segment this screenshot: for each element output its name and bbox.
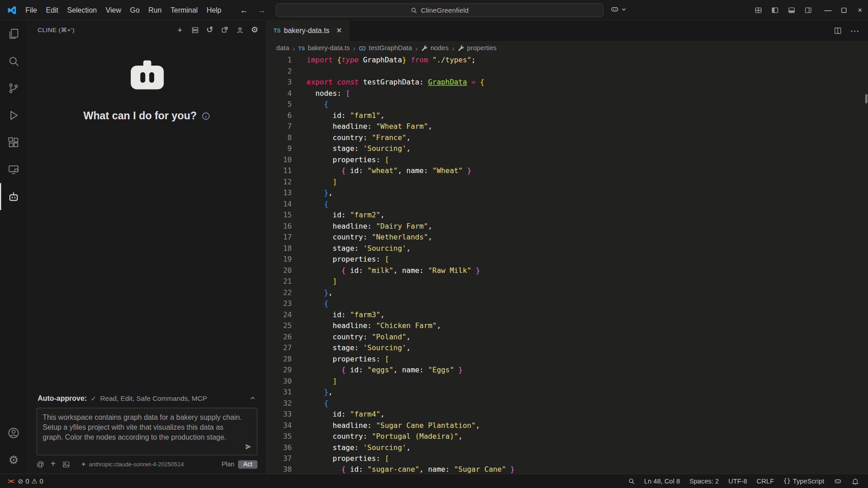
open-in-editor-icon[interactable] (219, 24, 231, 36)
code-line[interactable]: 13 }, (267, 188, 868, 198)
navigate-forward-icon[interactable]: → (257, 5, 265, 15)
mention-icon[interactable]: @ (37, 460, 44, 469)
menu-run[interactable]: Run (144, 0, 166, 20)
command-center-search[interactable]: ClineGreenfield (276, 3, 604, 17)
code-line[interactable]: 15 id: "farm2", (267, 210, 868, 221)
search-sidebar-icon[interactable] (0, 47, 27, 75)
add-context-icon[interactable]: + (51, 459, 56, 469)
more-actions-icon[interactable]: ⋯ (850, 25, 860, 36)
toggle-primary-sidebar-icon[interactable] (768, 3, 782, 17)
explorer-icon[interactable] (0, 20, 27, 47)
indentation[interactable]: Spaces: 2 (687, 474, 721, 488)
code-line[interactable]: 29 { id: "eggs", name: "Eggs" } (267, 365, 868, 375)
code-line[interactable]: 2 (267, 66, 868, 77)
toggle-panel-icon[interactable] (784, 3, 798, 17)
remote-explorer-icon[interactable] (0, 156, 27, 183)
breadcrumb-file[interactable]: TS bakery-data.ts (297, 44, 351, 52)
toggle-secondary-sidebar-icon[interactable] (801, 3, 815, 17)
code-line[interactable]: 32 { (267, 398, 868, 408)
breadcrumb-symbol-properties[interactable]: properties (457, 44, 498, 52)
problems-indicator[interactable]: ⊘ 0 ⚠ 0 (15, 474, 45, 488)
code-line[interactable]: 14 { (267, 199, 868, 210)
customize-layout-icon[interactable] (751, 3, 765, 17)
code-line[interactable]: 25 headline: "Chicken Farm", (267, 320, 868, 331)
act-label[interactable]: Act (238, 460, 257, 468)
code-line[interactable]: 26 country: "Poland", (267, 331, 868, 342)
copilot-icon[interactable] (610, 5, 619, 14)
scrollbar-thumb[interactable] (865, 94, 868, 103)
menu-edit[interactable]: Edit (42, 0, 63, 20)
code-line[interactable]: 17 country: "Netherlands", (267, 232, 868, 243)
code-line[interactable]: 33 id: "farm4", (267, 409, 868, 420)
code-line[interactable]: 9 stage: 'Sourcing', (267, 143, 868, 154)
menu-selection[interactable]: Selection (63, 0, 101, 20)
zoom-indicator[interactable] (625, 474, 637, 488)
code-line[interactable]: 24 id: "farm3", (267, 309, 868, 320)
code-line[interactable]: 31 }, (267, 387, 868, 398)
cline-settings-icon[interactable]: ⚙ (249, 24, 261, 36)
code-line[interactable]: 30 ] (267, 375, 868, 386)
code-line[interactable]: 11 { id: "wheat", name: "Wheat" } (267, 165, 868, 176)
menu-view[interactable]: View (101, 0, 126, 20)
extensions-icon[interactable] (0, 129, 27, 156)
auto-approve-bar[interactable]: Auto-approve: ✓ Read, Edit, Safe Command… (28, 389, 266, 407)
image-attach-icon[interactable] (62, 460, 70, 468)
breadcrumb-symbol-testGraphData[interactable]: testGraphData (358, 44, 413, 52)
code-line[interactable]: 20 { id: "milk", name: "Raw Milk" } (267, 265, 868, 276)
navigate-back-icon[interactable]: ← (240, 5, 248, 15)
chevron-up-icon[interactable] (249, 394, 256, 402)
code-line[interactable]: 36 stage: 'Sourcing', (267, 442, 868, 453)
copilot-status[interactable] (831, 474, 844, 488)
code-editor[interactable]: 1import {type GraphData} from "./types";… (267, 55, 868, 474)
plan-act-toggle[interactable]: Plan Act (222, 460, 257, 468)
code-line[interactable]: 28 properties: [ (267, 353, 868, 364)
eol-sequence[interactable]: CRLF (755, 474, 776, 488)
split-editor-icon[interactable] (834, 27, 842, 35)
info-icon[interactable] (202, 112, 211, 121)
code-line[interactable]: 27 stage: 'Sourcing', (267, 343, 868, 353)
run-debug-icon[interactable] (0, 102, 27, 129)
window-maximize-icon[interactable] (836, 0, 852, 20)
chat-input[interactable]: This workspace contains graph data for a… (37, 408, 258, 455)
menu-file[interactable]: File (21, 0, 42, 20)
breadcrumb-symbol-nodes[interactable]: nodes (420, 44, 450, 52)
code-line[interactable]: 3export const testGraphData: GraphData =… (267, 77, 868, 88)
code-line[interactable]: 10 properties: [ (267, 155, 868, 165)
language-mode[interactable]: {} TypeScript (781, 474, 826, 488)
code-line[interactable]: 21 ] (267, 276, 868, 287)
history-icon[interactable]: ↺ (204, 24, 216, 36)
accounts-icon[interactable] (0, 419, 27, 446)
notifications[interactable] (849, 474, 861, 488)
encoding[interactable]: UTF-8 (726, 474, 749, 488)
send-icon[interactable] (244, 443, 252, 451)
window-close-icon[interactable]: × (852, 0, 868, 20)
code-line[interactable]: 18 stage: 'Sourcing', (267, 243, 868, 254)
settings-gear-icon[interactable]: ⚙ (0, 446, 27, 474)
code-line[interactable]: 1import {type GraphData} from "./types"; (267, 55, 868, 66)
code-line[interactable]: 37 properties: [ (267, 453, 868, 464)
code-line[interactable]: 23 { (267, 298, 868, 309)
code-line[interactable]: 7 headline: "Wheat Farm", (267, 121, 868, 132)
code-line[interactable]: 16 headline: "Dairy Farm", (267, 221, 868, 232)
code-line[interactable]: 12 ] (267, 177, 868, 188)
mcp-servers-icon[interactable] (189, 24, 201, 36)
source-control-icon[interactable] (0, 75, 27, 102)
menu-go[interactable]: Go (126, 0, 144, 20)
code-line[interactable]: 6 id: "farm1", (267, 110, 868, 121)
menu-terminal[interactable]: Terminal (166, 0, 202, 20)
cursor-position[interactable]: Ln 48, Col 8 (642, 474, 682, 488)
code-line[interactable]: 34 headline: "Sugar Cane Plantation", (267, 420, 868, 431)
chevron-down-icon[interactable] (621, 6, 627, 13)
new-task-icon[interactable]: + (174, 24, 186, 36)
code-line[interactable]: 8 country: "France", (267, 132, 868, 143)
code-line[interactable]: 38 { id: "sugar-cane", name: "Sugar Cane… (267, 464, 868, 474)
code-line[interactable]: 35 country: "Portugal (Madeira)", (267, 431, 868, 442)
tab-close-icon[interactable]: ✕ (336, 27, 342, 35)
code-line[interactable]: 4 nodes: [ (267, 88, 868, 99)
model-selector[interactable]: anthropic:claude-sonnet-4-20250514 (80, 461, 184, 468)
window-minimize-icon[interactable]: — (820, 0, 836, 20)
plan-label[interactable]: Plan (222, 461, 234, 468)
remote-indicator[interactable]: >< (5, 474, 15, 488)
account-icon[interactable] (234, 24, 246, 36)
code-line[interactable]: 22 }, (267, 287, 868, 298)
